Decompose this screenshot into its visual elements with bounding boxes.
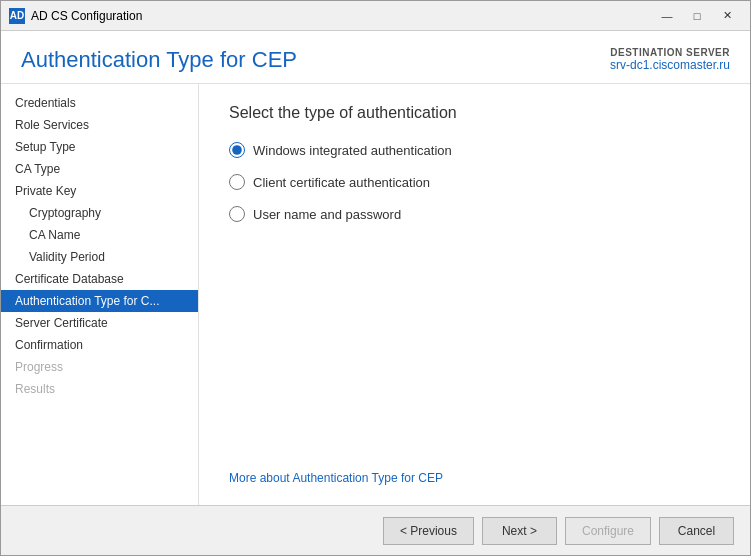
cancel-button[interactable]: Cancel xyxy=(659,517,734,545)
sidebar-item-auth-type[interactable]: Authentication Type for C... xyxy=(1,290,198,312)
title-bar-left: AD AD CS Configuration xyxy=(9,8,142,24)
sidebar-item-ca-type[interactable]: CA Type xyxy=(1,158,198,180)
destination-name: srv-dc1.ciscomaster.ru xyxy=(610,58,730,72)
radio-label-windows-integrated: Windows integrated authentication xyxy=(253,143,452,158)
previous-button[interactable]: < Previous xyxy=(383,517,474,545)
sidebar-item-server-certificate[interactable]: Server Certificate xyxy=(1,312,198,334)
app-icon: AD xyxy=(9,8,25,24)
radio-option-windows-integrated[interactable]: Windows integrated authentication xyxy=(229,142,720,158)
link-section: More about Authentication Type for CEP xyxy=(229,450,720,485)
sidebar-item-progress: Progress xyxy=(1,356,198,378)
window-controls: — □ ✕ xyxy=(652,6,742,26)
radio-option-client-cert[interactable]: Client certificate authentication xyxy=(229,174,720,190)
radio-input-windows-integrated[interactable] xyxy=(229,142,245,158)
sidebar-item-confirmation[interactable]: Confirmation xyxy=(1,334,198,356)
sidebar-item-certificate-database[interactable]: Certificate Database xyxy=(1,268,198,290)
destination-label: DESTINATION SERVER xyxy=(610,47,730,58)
sidebar-item-cryptography[interactable]: Cryptography xyxy=(1,202,198,224)
section-title: Select the type of authentication xyxy=(229,104,720,122)
info-link[interactable]: More about Authentication Type for CEP xyxy=(229,471,443,485)
next-button[interactable]: Next > xyxy=(482,517,557,545)
radio-label-client-cert: Client certificate authentication xyxy=(253,175,430,190)
minimize-button[interactable]: — xyxy=(652,6,682,26)
radio-label-username-password: User name and password xyxy=(253,207,401,222)
sidebar-item-role-services[interactable]: Role Services xyxy=(1,114,198,136)
content-area: CredentialsRole ServicesSetup TypeCA Typ… xyxy=(1,84,750,505)
maximize-button[interactable]: □ xyxy=(682,6,712,26)
radio-input-username-password[interactable] xyxy=(229,206,245,222)
sidebar-item-credentials[interactable]: Credentials xyxy=(1,92,198,114)
main-window: AD AD CS Configuration — □ ✕ Authenticat… xyxy=(0,0,751,556)
main-panel: Select the type of authentication Window… xyxy=(199,84,750,505)
window-title: AD CS Configuration xyxy=(31,9,142,23)
header-section: Authentication Type for CEP DESTINATION … xyxy=(1,31,750,84)
sidebar-item-ca-name[interactable]: CA Name xyxy=(1,224,198,246)
radio-group: Windows integrated authenticationClient … xyxy=(229,142,720,222)
configure-button[interactable]: Configure xyxy=(565,517,651,545)
close-button[interactable]: ✕ xyxy=(712,6,742,26)
radio-option-username-password[interactable]: User name and password xyxy=(229,206,720,222)
destination-server: DESTINATION SERVER srv-dc1.ciscomaster.r… xyxy=(610,47,730,72)
sidebar: CredentialsRole ServicesSetup TypeCA Typ… xyxy=(1,84,199,505)
sidebar-item-validity-period[interactable]: Validity Period xyxy=(1,246,198,268)
sidebar-item-private-key[interactable]: Private Key xyxy=(1,180,198,202)
footer: < Previous Next > Configure Cancel xyxy=(1,505,750,555)
sidebar-item-results: Results xyxy=(1,378,198,400)
title-bar: AD AD CS Configuration — □ ✕ xyxy=(1,1,750,31)
page-title: Authentication Type for CEP xyxy=(21,47,297,73)
radio-input-client-cert[interactable] xyxy=(229,174,245,190)
sidebar-item-setup-type[interactable]: Setup Type xyxy=(1,136,198,158)
